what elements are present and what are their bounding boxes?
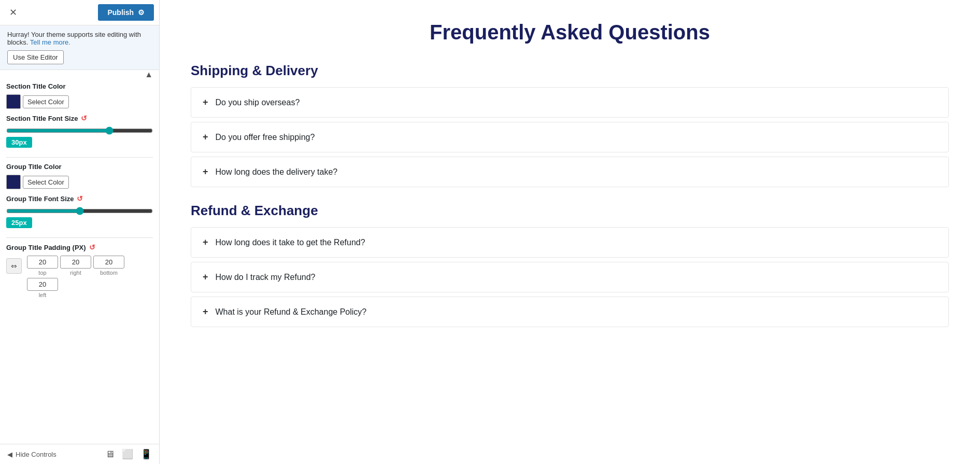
section-title-color-button[interactable]: Select Color [23, 95, 69, 108]
desktop-icon[interactable]: 🖥 [105, 448, 115, 460]
padding-right-label: right [70, 270, 81, 276]
faq-item[interactable]: +What is your Refund & Exchange Policy? [191, 297, 949, 327]
faq-item[interactable]: +How long does it take to get the Refund… [191, 227, 949, 258]
padding-left-input[interactable] [27, 278, 58, 291]
scroll-up-arrow[interactable]: ▲ [145, 70, 153, 79]
notice-text: Hurray! Your theme supports site editing… [7, 31, 141, 46]
publish-button[interactable]: Publish ⚙ [98, 4, 154, 21]
padding-bottom-wrap: bottom [93, 256, 124, 276]
faq-item[interactable]: +How long does the delivery take? [191, 157, 949, 187]
faq-sections-container: Shipping & Delivery+Do you ship overseas… [191, 63, 949, 327]
faq-item[interactable]: +Do you ship overseas? [191, 87, 949, 118]
faq-plus-icon: + [203, 132, 208, 143]
group-title-reset-icon[interactable]: ↺ [77, 194, 83, 203]
notice-bar: Hurray! Your theme supports site editing… [0, 25, 159, 70]
mobile-icon[interactable]: 📱 [140, 448, 152, 460]
faq-item[interactable]: +Do you offer free shipping? [191, 122, 949, 152]
section-title-font-size-badge: 30px [6, 137, 32, 148]
group-title-padding-label: Group Title Padding (PX) ↺ [6, 243, 153, 251]
tablet-icon[interactable]: ⬜ [122, 448, 133, 460]
left-panel: ✕ Publish ⚙ Hurray! Your theme supports … [0, 0, 160, 464]
faq-question: Do you offer free shipping? [216, 133, 315, 142]
faq-question: What is your Refund & Exchange Policy? [216, 307, 367, 317]
section-title-color-row: Select Color [6, 94, 153, 109]
padding-left-wrap: left [27, 278, 58, 298]
publish-label: Publish [107, 8, 134, 17]
padding-left-label: left [39, 292, 47, 298]
faq-item[interactable]: +How do I track my Refund? [191, 262, 949, 292]
padding-left-row: left [6, 278, 153, 298]
group-title-font-size-slider[interactable] [6, 207, 153, 215]
faq-question: How long does the delivery take? [216, 167, 338, 177]
divider-2 [6, 237, 153, 238]
padding-right-input[interactable] [60, 256, 91, 269]
close-button[interactable]: ✕ [5, 5, 21, 20]
padding-link-icon[interactable]: ⇔ [6, 258, 22, 274]
panel-scroll: ▲ Section Title Color Select Color Secti… [0, 70, 159, 444]
faq-plus-icon: + [203, 272, 208, 283]
gear-icon: ⚙ [138, 8, 145, 17]
tell-me-more-link[interactable]: Tell me more. [30, 38, 70, 46]
faq-plus-icon: + [203, 306, 208, 317]
device-icons: 🖥 ⬜ 📱 [105, 448, 152, 460]
padding-top-label: top [38, 270, 46, 276]
faq-question: How long does it take to get the Refund? [216, 238, 365, 247]
faq-section-title-shipping: Shipping & Delivery [191, 63, 949, 79]
group-title-color-swatch[interactable] [6, 175, 21, 189]
hide-controls-arrow-icon: ◀ [7, 451, 12, 458]
right-panel: Frequently Asked Questions Shipping & De… [160, 0, 980, 464]
group-title-padding-reset-icon[interactable]: ↺ [89, 243, 95, 251]
faq-title: Frequently Asked Questions [191, 21, 949, 44]
group-title-color-row: Select Color [6, 175, 153, 189]
padding-bottom-label: bottom [100, 270, 118, 276]
faq-question: Do you ship overseas? [216, 98, 300, 107]
faq-section-title-refund: Refund & Exchange [191, 203, 949, 219]
hide-controls-label: Hide Controls [16, 451, 56, 458]
section-title-reset-icon[interactable]: ↺ [81, 114, 87, 122]
section-title-font-size-label: Section Title Font Size ↺ [6, 114, 153, 122]
padding-grid: ⇔ top right bottom [6, 256, 153, 276]
group-title-color-label: Group Title Color [6, 163, 153, 171]
top-bar: ✕ Publish ⚙ [0, 0, 159, 25]
use-site-editor-button[interactable]: Use Site Editor [7, 50, 64, 64]
hide-controls-button[interactable]: ◀ Hide Controls [7, 451, 56, 458]
padding-top-input[interactable] [27, 256, 58, 269]
bottom-toolbar: ◀ Hide Controls 🖥 ⬜ 📱 [0, 444, 159, 464]
group-title-color-button[interactable]: Select Color [23, 176, 69, 189]
padding-right-wrap: right [60, 256, 91, 276]
divider-1 [6, 157, 153, 158]
faq-plus-icon: + [203, 237, 208, 248]
section-title-color-label: Section Title Color [6, 82, 153, 90]
faq-plus-icon: + [203, 166, 208, 177]
faq-plus-icon: + [203, 97, 208, 108]
padding-top-wrap: top [27, 256, 58, 276]
group-title-font-size-label: Group Title Font Size ↺ [6, 194, 153, 203]
section-title-color-swatch[interactable] [6, 94, 21, 109]
section-title-font-size-slider[interactable] [6, 126, 153, 135]
faq-question: How do I track my Refund? [216, 273, 316, 282]
padding-bottom-input[interactable] [93, 256, 124, 269]
group-title-font-size-badge: 25px [6, 217, 32, 228]
